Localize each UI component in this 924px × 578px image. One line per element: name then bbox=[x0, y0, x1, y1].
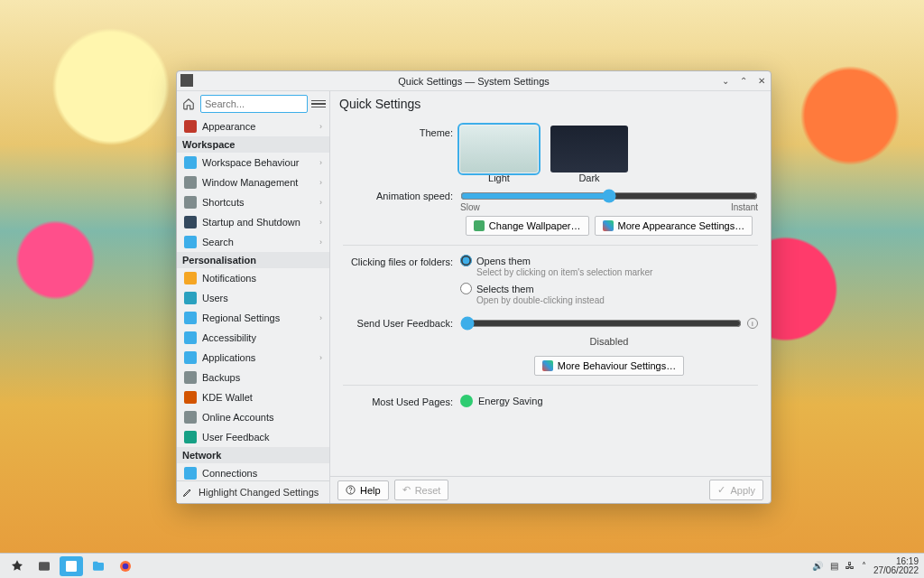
sidebar-item[interactable]: Shortcuts› bbox=[177, 192, 329, 212]
sidebar-item[interactable]: Notifications bbox=[177, 268, 329, 288]
sidebar-item-icon bbox=[184, 176, 197, 189]
sidebar-category: Network bbox=[177, 447, 329, 463]
tray-clipboard-icon[interactable]: ▤ bbox=[830, 561, 838, 571]
sidebar-item[interactable]: Window Management› bbox=[177, 172, 329, 192]
pencil-icon bbox=[182, 487, 193, 498]
sidebar-item-label: KDE Wallet bbox=[202, 392, 253, 403]
radio-opens-them[interactable]: Opens them bbox=[460, 255, 758, 266]
theme-label: Theme: bbox=[343, 126, 460, 183]
separator bbox=[343, 245, 758, 246]
sidebar-item[interactable]: Users bbox=[177, 288, 329, 308]
help-icon bbox=[346, 485, 356, 495]
sidebar-item[interactable]: Backups bbox=[177, 368, 329, 387]
change-wallpaper-button[interactable]: Change Wallpaper… bbox=[466, 216, 589, 236]
energy-icon bbox=[460, 395, 473, 407]
sidebar-item[interactable]: Applications› bbox=[177, 348, 329, 368]
sidebar-item[interactable]: KDE Wallet bbox=[177, 387, 329, 407]
sidebar-item-icon bbox=[184, 431, 197, 443]
sidebar-item-icon bbox=[184, 411, 197, 424]
theme-light-label: Light bbox=[460, 172, 538, 183]
highlight-changed-button[interactable]: Highlight Changed Settings bbox=[177, 480, 329, 503]
sidebar-category: Workspace bbox=[177, 136, 329, 153]
most-used-energy-saving[interactable]: Energy Saving bbox=[460, 395, 758, 407]
sidebar-item-label: Notifications bbox=[202, 273, 256, 284]
sidebar-item-label: Shortcuts bbox=[202, 197, 244, 208]
sidebar: Appearance › WorkspaceWorkspace Behaviou… bbox=[177, 91, 330, 503]
sidebar-item-label: Accessibility bbox=[202, 332, 256, 343]
tray-volume-icon[interactable]: 🔊 bbox=[812, 561, 823, 571]
animation-speed-label: Animation speed: bbox=[343, 189, 460, 236]
sidebar-item-appearance[interactable]: Appearance › bbox=[177, 117, 329, 136]
sidebar-item[interactable]: Accessibility bbox=[177, 328, 329, 348]
taskbar-files[interactable] bbox=[87, 556, 110, 576]
minimize-button[interactable]: ⌄ bbox=[720, 76, 731, 87]
opens-hint: Select by clicking on item's selection m… bbox=[476, 267, 758, 277]
chevron-right-icon: › bbox=[319, 198, 322, 207]
chevron-right-icon: › bbox=[319, 122, 322, 131]
sidebar-item-icon bbox=[184, 351, 197, 364]
taskbar-system-settings[interactable] bbox=[60, 556, 83, 576]
titlebar[interactable]: Quick Settings — System Settings ⌄ ⌃ ✕ bbox=[177, 71, 771, 91]
sidebar-item-icon bbox=[184, 312, 197, 324]
sidebar-item-icon bbox=[184, 236, 197, 248]
animation-speed-slider[interactable] bbox=[460, 189, 758, 203]
theme-light-preview bbox=[460, 126, 538, 172]
sidebar-item[interactable]: Workspace Behaviour› bbox=[177, 153, 329, 172]
taskbar-firefox[interactable] bbox=[114, 556, 137, 576]
chevron-right-icon: › bbox=[319, 178, 322, 187]
sidebar-item-label: Workspace Behaviour bbox=[202, 157, 299, 168]
radio-selects-them[interactable]: Selects them bbox=[460, 283, 758, 294]
sidebar-scroll[interactable]: Appearance › WorkspaceWorkspace Behaviou… bbox=[177, 117, 329, 480]
feedback-slider[interactable] bbox=[460, 316, 742, 331]
sidebar-item-label: Online Accounts bbox=[202, 412, 274, 423]
maximize-button[interactable]: ⌃ bbox=[738, 76, 749, 87]
taskbar-clock[interactable]: 16:19 27/06/2022 bbox=[873, 557, 919, 575]
sidebar-item-icon bbox=[184, 467, 197, 480]
tray-network-icon[interactable]: 🖧 bbox=[845, 561, 855, 571]
sidebar-item-label: Connections bbox=[202, 468, 257, 479]
help-button[interactable]: Help bbox=[337, 480, 389, 500]
appearance-icon bbox=[184, 120, 197, 133]
more-behaviour-button[interactable]: More Behaviour Settings… bbox=[534, 356, 684, 376]
chevron-right-icon: › bbox=[319, 353, 322, 362]
window-title: Quick Settings — System Settings bbox=[398, 76, 550, 87]
home-icon[interactable] bbox=[180, 96, 197, 112]
picture-icon bbox=[474, 220, 485, 231]
sidebar-item-label: User Feedback bbox=[202, 432, 270, 443]
taskbar[interactable]: 🔊 ▤ 🖧 ˄ 16:19 27/06/2022 bbox=[0, 553, 924, 578]
apply-button: ✓ Apply bbox=[709, 480, 763, 500]
sidebar-item[interactable]: Search› bbox=[177, 232, 329, 252]
anim-slow-label: Slow bbox=[460, 202, 480, 212]
theme-dark-label: Dark bbox=[550, 172, 628, 183]
svg-rect-3 bbox=[66, 561, 77, 572]
search-input[interactable] bbox=[200, 95, 308, 113]
sidebar-item[interactable]: Online Accounts bbox=[177, 407, 329, 427]
sidebar-item-label: Search bbox=[202, 237, 234, 247]
theme-option-dark[interactable]: Dark bbox=[550, 126, 628, 183]
sidebar-item-label: Users bbox=[202, 293, 228, 303]
app-launcher-icon[interactable] bbox=[5, 556, 29, 576]
svg-point-5 bbox=[123, 563, 129, 569]
theme-dark-preview bbox=[550, 126, 628, 172]
selects-hint: Open by double-clicking instead bbox=[476, 295, 758, 305]
taskbar-dolphin[interactable] bbox=[32, 556, 56, 576]
click-behavior-label: Clicking files or folders: bbox=[343, 255, 460, 311]
anim-instant-label: Instant bbox=[731, 202, 758, 212]
feedback-label: Send User Feedback: bbox=[343, 316, 460, 331]
tray-expand-icon[interactable]: ˄ bbox=[862, 561, 866, 571]
sidebar-item-label: Backups bbox=[202, 372, 240, 383]
close-button[interactable]: ✕ bbox=[756, 76, 767, 87]
chevron-right-icon: › bbox=[319, 313, 322, 322]
sidebar-item[interactable]: Startup and Shutdown› bbox=[177, 212, 329, 232]
hamburger-icon[interactable] bbox=[311, 97, 326, 111]
sidebar-item-icon bbox=[184, 156, 197, 169]
sidebar-item[interactable]: User Feedback bbox=[177, 427, 329, 447]
sidebar-item-icon bbox=[184, 331, 197, 344]
theme-option-light[interactable]: Light bbox=[460, 126, 538, 183]
sidebar-item[interactable]: Connections bbox=[177, 463, 329, 480]
sidebar-item[interactable]: Regional Settings› bbox=[177, 308, 329, 328]
highlight-changed-label: Highlight Changed Settings bbox=[199, 487, 319, 498]
settings-window: Quick Settings — System Settings ⌄ ⌃ ✕ A… bbox=[176, 70, 772, 504]
more-appearance-button[interactable]: More Appearance Settings… bbox=[595, 216, 753, 236]
info-icon[interactable]: i bbox=[747, 318, 758, 329]
